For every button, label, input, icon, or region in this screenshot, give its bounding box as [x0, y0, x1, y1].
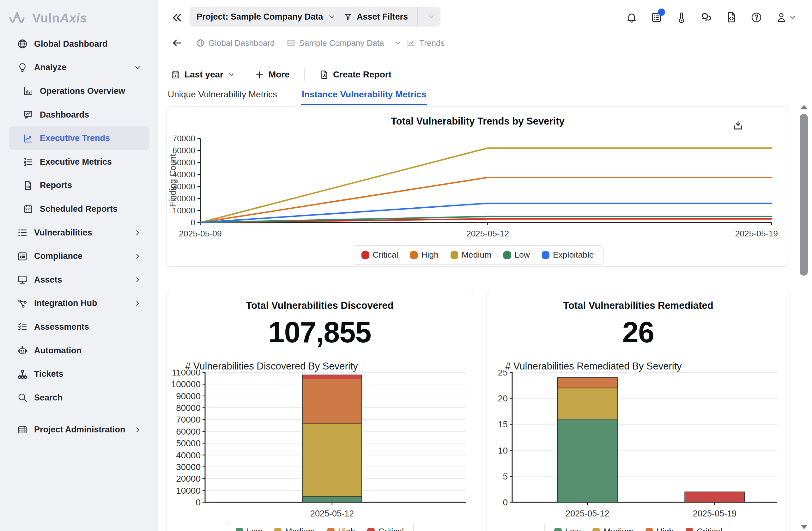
svg-text:50000: 50000	[176, 439, 201, 448]
discovered-card: Total Vulnerabilities Discovered 107,855…	[166, 291, 473, 531]
trend-chart-legend: CriticalHighMediumLowExploitable	[167, 245, 788, 264]
asset-filters-dropdown[interactable]	[422, 13, 440, 21]
sidebar-item-executive-trends[interactable]: Executive Trends	[9, 126, 149, 150]
sidebar-item-executive-metrics[interactable]: Executive Metrics	[0, 150, 158, 174]
api-docs-button[interactable]	[725, 11, 737, 24]
brand-wave-icon	[9, 11, 29, 25]
tasks-button[interactable]	[651, 11, 663, 24]
more-button[interactable]: More	[255, 70, 290, 80]
trend-line-icon	[407, 39, 416, 47]
sidebar-item-global-dashboard[interactable]: Global Dashboard	[0, 32, 158, 56]
bullet-list-icon	[17, 227, 28, 238]
brand-name: VulnAxis	[32, 11, 87, 25]
sidebar-item-assets[interactable]: Assets	[0, 268, 158, 292]
calendar-icon	[171, 70, 180, 80]
sidebar-item-integration-hub[interactable]: Integration Hub	[0, 292, 158, 315]
legend-item-high[interactable]: High	[646, 527, 674, 531]
sidebar-item-project-administration[interactable]: Project Administration	[0, 418, 158, 442]
legend-item-high[interactable]: High	[327, 527, 356, 531]
status-button[interactable]	[676, 11, 687, 24]
sidebar-item-scheduled-reports[interactable]: Scheduled Reports	[0, 197, 158, 221]
account-menu[interactable]	[775, 11, 797, 24]
sidebar-item-search[interactable]: Search	[0, 386, 158, 410]
chevron-right-icon	[134, 276, 142, 284]
sidebar-item-vulnerabilities[interactable]: Vulnerabilities	[0, 221, 158, 245]
thermometer-icon	[676, 11, 687, 24]
sidebar-item-analyze[interactable]: Analyze	[0, 56, 158, 80]
svg-text:2025-05-12: 2025-05-12	[310, 509, 354, 518]
svg-text:110000: 110000	[172, 370, 201, 377]
sidebar-item-compliance[interactable]: Compliance	[0, 244, 158, 268]
legend-label: Low	[247, 527, 262, 531]
breadcrumb-project[interactable]: Sample Company Data	[287, 38, 384, 48]
create-report-button[interactable]: Create Report	[319, 70, 391, 80]
scrollbar-up-arrow[interactable]	[800, 105, 808, 109]
chevron-down-icon	[134, 63, 142, 72]
legend-swatch	[327, 528, 335, 531]
svg-text:70000: 70000	[173, 134, 195, 143]
remediated-card: Total Vulnerabilities Remediated 26 # Vu…	[487, 291, 790, 531]
vertical-scrollbar[interactable]	[799, 102, 809, 531]
sidebar-item-operations-overview[interactable]: Operations Overview	[0, 79, 158, 103]
legend-item-high[interactable]: High	[410, 250, 438, 260]
legend-swatch	[361, 251, 369, 259]
asset-filters-button[interactable]: Asset Filters	[337, 7, 440, 27]
help-button[interactable]	[750, 11, 763, 24]
notification-badge	[658, 9, 665, 16]
sitemap-icon	[17, 369, 28, 379]
tab-unique-vulnerability-metrics[interactable]: Unique Vulnerability Metrics	[167, 89, 278, 105]
breadcrumb: Global Dashboard Sample Company Data Tre…	[172, 37, 445, 49]
sidebar-item-dashboards[interactable]: Dashboards	[0, 103, 158, 127]
nodes-icon	[17, 298, 28, 309]
legend-label: High	[338, 527, 356, 531]
chat-button[interactable]	[700, 11, 712, 24]
legend-item-medium[interactable]: Medium	[592, 527, 633, 531]
legend-swatch	[274, 528, 281, 531]
notifications-button[interactable]	[626, 11, 638, 24]
legend-item-critical[interactable]: Critical	[686, 527, 722, 531]
trend-line-icon	[23, 133, 33, 144]
numbered-list-icon	[23, 156, 33, 167]
download-chart-icon[interactable]	[733, 119, 744, 131]
legend-label: Low	[565, 527, 581, 531]
back-arrow-icon[interactable]	[172, 37, 183, 49]
remediated-chart-legend: LowMediumHighCritical	[487, 522, 789, 531]
discovered-chart-legend: LowMediumHighCritical	[167, 522, 473, 531]
sidebar-item-tickets[interactable]: Tickets	[0, 362, 158, 386]
legend-item-low[interactable]: Low	[236, 527, 262, 531]
bell-icon	[626, 11, 638, 24]
legend-item-low[interactable]: Low	[503, 250, 530, 260]
scrollbar-thumb[interactable]	[800, 114, 808, 276]
report-document-icon	[23, 180, 33, 191]
sidebar-item-automation[interactable]: Automation	[0, 339, 158, 362]
legend-item-medium[interactable]: Medium	[274, 527, 315, 531]
legend-item-low[interactable]: Low	[554, 527, 581, 531]
sidebar-divider	[32, 414, 126, 414]
svg-text:25: 25	[498, 370, 508, 377]
legend-item-critical[interactable]: Critical	[361, 250, 398, 260]
svg-text:0: 0	[503, 498, 508, 507]
legend-item-medium[interactable]: Medium	[451, 250, 491, 260]
sidebar-item-assessments[interactable]: Assessments	[0, 315, 158, 339]
scrollbar-down-arrow[interactable]	[800, 525, 808, 529]
table-icon	[287, 39, 295, 47]
breadcrumb-global-dashboard[interactable]: Global Dashboard	[196, 38, 275, 48]
project-selector[interactable]: Project: Sample Company Data	[190, 7, 343, 27]
sidebar-item-reports[interactable]: Reports	[0, 174, 158, 198]
svg-text:0: 0	[191, 218, 195, 227]
legend-label: High	[421, 250, 438, 260]
chevron-right-icon	[134, 229, 142, 237]
legend-swatch	[503, 251, 511, 259]
collapse-sidebar-icon[interactable]	[171, 11, 183, 24]
remediated-total: 26	[487, 316, 789, 349]
svg-text:70000: 70000	[176, 415, 201, 425]
remediated-title: Total Vulnerabilities Remediated	[487, 300, 789, 311]
tab-instance-vulnerability-metrics[interactable]: Instance Vulnerability Metrics	[301, 89, 427, 105]
svg-text:40000: 40000	[176, 450, 201, 460]
chevron-down-icon[interactable]	[394, 39, 402, 47]
discovered-title: Total Vulnerabilities Discovered	[167, 300, 473, 311]
legend-item-exploitable[interactable]: Exploitable	[542, 250, 594, 260]
breadcrumb-trends[interactable]: Trends	[407, 38, 445, 48]
legend-item-critical[interactable]: Critical	[367, 527, 404, 531]
date-range-button[interactable]: Last year	[171, 70, 235, 80]
